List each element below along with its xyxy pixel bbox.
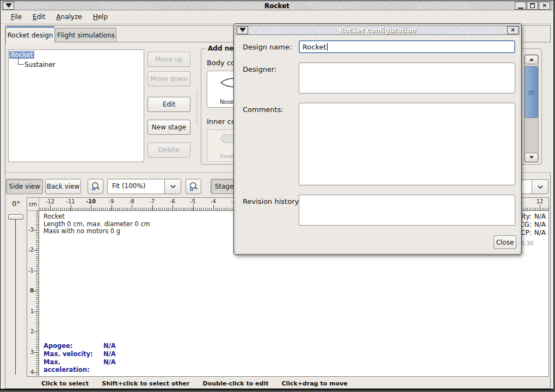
stability-value: N/A: [534, 213, 546, 220]
new-stage-button[interactable]: New stage: [147, 120, 190, 135]
main-window: Rocket ✕ File Edit Analyze Help Rocket d…: [0, 0, 554, 390]
hint-click-select: Click to select: [41, 380, 89, 387]
tab-rocket-design[interactable]: Rocket design: [5, 26, 55, 42]
back-view-button[interactable]: Back view: [45, 179, 81, 194]
designer-label: Designer:: [243, 65, 276, 73]
chevron-down-icon: [538, 185, 543, 189]
tree-item-rocket[interactable]: Rocket: [9, 51, 144, 59]
hint-shift-click: Shift+click to select other: [102, 380, 190, 387]
edit-button[interactable]: Edit: [147, 97, 190, 112]
dialog-title: Rocket configuration: [236, 27, 519, 34]
move-down-button[interactable]: Move down: [147, 71, 190, 86]
window-title: Rocket: [2, 2, 552, 10]
rotation-slider-track[interactable]: [15, 217, 16, 375]
dialog-body: Design name: Rocket Designer: Comments: …: [236, 35, 520, 253]
close-button[interactable]: ✕: [539, 2, 550, 10]
text-cursor: [327, 43, 328, 51]
side-view-button[interactable]: Side view: [6, 179, 43, 194]
zoom-out-button[interactable]: [88, 179, 103, 194]
max-acceleration-value: N/A: [103, 358, 116, 374]
vertical-ruler: -3-2-101234: [27, 211, 39, 376]
flight-stats: Apogee:N/A Max. velocity:N/A Max. accele…: [44, 342, 116, 374]
comments-textarea[interactable]: [299, 103, 515, 185]
max-velocity-label: Max. velocity:: [44, 350, 103, 358]
arrow-up-icon: [529, 58, 534, 61]
zoom-level-combobox[interactable]: Fit (100%): [107, 179, 181, 194]
rotation-angle-label: 0°: [7, 200, 25, 211]
revision-history-label: Revision history:: [243, 197, 301, 206]
apogee-label: Apogee:: [44, 342, 103, 350]
zoom-out-icon: [91, 182, 101, 191]
tab-flight-simulations[interactable]: Flight simulations: [55, 28, 116, 42]
status-bar: Click to select Shift+click to select ot…: [5, 378, 548, 389]
move-up-button[interactable]: Move up: [147, 52, 190, 67]
zoom-level-value: Fit (100%): [108, 179, 164, 194]
cg-value: N/A: [534, 221, 546, 228]
apogee-value: N/A: [103, 342, 116, 350]
dialog-close-action-button[interactable]: Close: [494, 235, 516, 249]
combo-arrow[interactable]: [532, 180, 548, 194]
menu-help[interactable]: Help: [88, 11, 113, 22]
component-tree[interactable]: Rocket Sustainer: [8, 49, 144, 162]
delete-button[interactable]: Delete: [147, 142, 190, 158]
tree-branch-line: [18, 57, 24, 65]
arrow-down-icon: [529, 156, 534, 159]
minimize-icon: [518, 8, 523, 9]
cp-value: N/A: [534, 229, 546, 237]
revision-history-textarea[interactable]: [299, 195, 515, 226]
maximize-button[interactable]: [527, 2, 538, 10]
rocket-info-text: Rocket Length 0 cm, max. diameter 0 cm M…: [44, 213, 150, 235]
minimize-button[interactable]: [515, 2, 526, 10]
design-name-label: Design name:: [243, 43, 292, 51]
menu-analyze[interactable]: Analyze: [51, 11, 87, 22]
zoom-in-button[interactable]: [186, 179, 201, 194]
menu-edit[interactable]: Edit: [28, 11, 50, 22]
menu-file[interactable]: File: [6, 11, 27, 22]
tree-item-sustainer[interactable]: Sustainer: [9, 60, 144, 69]
close-icon: ✕: [510, 27, 515, 34]
menu-bar: File Edit Analyze Help: [2, 10, 552, 24]
title-bar[interactable]: Rocket ✕: [2, 1, 552, 10]
scroll-up-button[interactable]: [525, 55, 538, 64]
hint-double-click: Double-click to edit: [203, 380, 269, 387]
rocket-configuration-dialog: Rocket configuration ✕ Design name: Rock…: [233, 23, 522, 255]
tree-item-sustainer-label[interactable]: Sustainer: [24, 60, 55, 69]
max-acceleration-label: Max. acceleration:: [44, 358, 103, 374]
component-panel-scrollbar[interactable]: [524, 54, 539, 163]
combo-arrow[interactable]: [164, 179, 181, 194]
design-name-input[interactable]: Rocket: [299, 40, 515, 53]
design-name-text: Rocket: [303, 43, 326, 51]
dialog-close-button[interactable]: ✕: [507, 26, 519, 34]
scrollbar-thumb[interactable]: [525, 66, 538, 118]
close-icon: ✕: [542, 3, 547, 9]
designer-textarea[interactable]: [299, 63, 515, 94]
max-velocity-value: N/A: [103, 350, 116, 358]
dialog-title-bar[interactable]: Rocket configuration ✕: [236, 26, 520, 35]
zoom-in-icon: [189, 182, 199, 191]
chevron-down-icon: [170, 185, 176, 188]
splitter-handle[interactable]: [195, 90, 199, 124]
rotation-slider-handle[interactable]: [8, 214, 23, 220]
hint-drag: Click+drag to move: [281, 380, 347, 387]
ruler-unit-label: cm: [27, 198, 39, 211]
scroll-down-button[interactable]: [525, 153, 538, 162]
comments-label: Comments:: [243, 105, 283, 114]
maximize-icon: [530, 3, 535, 8]
